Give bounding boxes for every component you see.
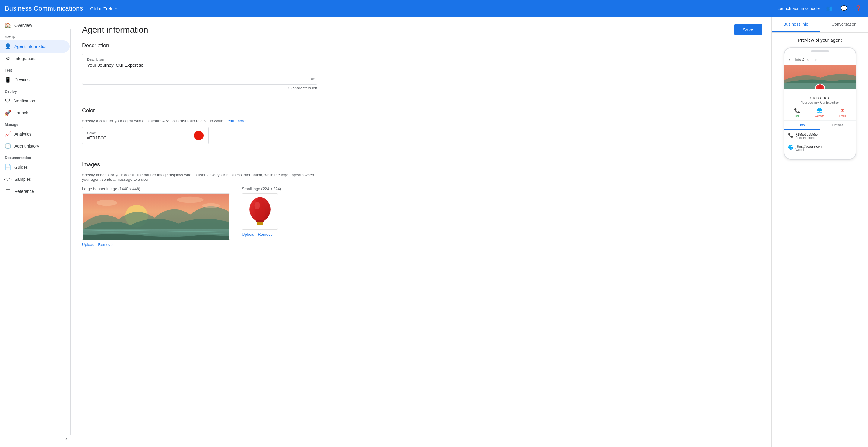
logo-upload-link[interactable]: Upload bbox=[242, 232, 254, 237]
sidebar-item-launch[interactable]: 🚀 Launch bbox=[0, 107, 70, 119]
sidebar-section-setup: Setup bbox=[0, 31, 72, 40]
color-field[interactable]: Color* #E91B0C bbox=[82, 127, 209, 144]
description-field-label: Description bbox=[87, 58, 312, 61]
learn-more-link[interactable]: Learn more bbox=[225, 119, 245, 123]
svg-point-7 bbox=[254, 197, 266, 221]
brand-selector[interactable]: Globo Trek ▼ bbox=[90, 6, 118, 11]
email-icon: ✉ bbox=[841, 108, 844, 114]
phone-notch bbox=[811, 51, 829, 52]
brand-name: Globo Trek bbox=[90, 6, 112, 11]
person-icon: 👤 bbox=[5, 43, 11, 50]
page-header: Agent information Save bbox=[82, 24, 762, 35]
phone-row-phone-icon: 📞 bbox=[788, 133, 793, 138]
phone-agent-name: Globo Trek bbox=[784, 96, 856, 100]
save-button[interactable]: Save bbox=[734, 24, 762, 35]
images-grid: Large banner image (1440 x 448) bbox=[82, 186, 762, 247]
sidebar-item-label: Agent history bbox=[14, 144, 39, 149]
divider-1 bbox=[82, 100, 762, 100]
phone-banner bbox=[784, 65, 856, 89]
phone-row-website-icon: 🌐 bbox=[788, 145, 793, 150]
sidebar-item-overview[interactable]: 🏠 Overview bbox=[0, 19, 70, 31]
sidebar-item-devices[interactable]: 📱 Devices bbox=[0, 73, 70, 86]
phone-call-action[interactable]: 📞 Call bbox=[794, 108, 800, 117]
preview-label: Preview of your agent bbox=[772, 33, 868, 48]
analytics-icon: 📈 bbox=[5, 131, 11, 137]
phone-info-tabs: Info Options bbox=[784, 121, 856, 130]
logo-remove-link[interactable]: Remove bbox=[258, 232, 272, 237]
tab-business-info[interactable]: Business info bbox=[772, 17, 820, 32]
right-panel: Business info Conversation Preview of yo… bbox=[772, 17, 868, 447]
banner-label: Large banner image (1440 x 448) bbox=[82, 186, 230, 191]
sidebar-item-label: Verification bbox=[14, 98, 35, 103]
website-label: Website bbox=[815, 114, 824, 117]
tab-conversation[interactable]: Conversation bbox=[820, 17, 868, 32]
phone-info-website-label: Website bbox=[796, 148, 823, 151]
main-content: Agent information Save Description Descr… bbox=[72, 17, 772, 447]
call-label: Call bbox=[795, 114, 800, 117]
logo-label: Small logo (224 x 224) bbox=[242, 186, 281, 191]
char-count: 73 characters left bbox=[82, 86, 317, 90]
sidebar: 🏠 Overview Setup 👤 Agent information ⚙ I… bbox=[0, 17, 72, 447]
banner-upload-link[interactable]: Upload bbox=[82, 242, 94, 247]
back-icon[interactable]: ← bbox=[788, 57, 793, 62]
sidebar-item-label: Launch bbox=[14, 111, 28, 115]
color-field-label: Color* bbox=[87, 131, 189, 135]
sidebar-item-label: Overview bbox=[14, 23, 32, 28]
sidebar-collapse-icon[interactable]: ‹ bbox=[65, 435, 67, 442]
people-icon[interactable]: 👥 bbox=[825, 4, 834, 13]
color-swatch[interactable] bbox=[194, 131, 204, 140]
sidebar-item-reference[interactable]: ☰ Reference bbox=[0, 185, 70, 198]
logo-actions: Upload Remove bbox=[242, 232, 281, 237]
phone-tab-options[interactable]: Options bbox=[820, 121, 856, 130]
svg-rect-12 bbox=[257, 222, 263, 225]
panel-tabs: Business info Conversation bbox=[772, 17, 868, 33]
sidebar-scrollbar[interactable] bbox=[70, 29, 71, 435]
phone-email-action[interactable]: ✉ Email bbox=[839, 108, 846, 117]
reference-icon: ☰ bbox=[5, 188, 11, 195]
phone-mockup: ← Info & options bbox=[784, 48, 856, 160]
svg-point-4 bbox=[177, 197, 204, 203]
sidebar-item-agent-history[interactable]: 🕐 Agent history bbox=[0, 140, 70, 152]
phone-info-phone-value: +15555555555 bbox=[796, 132, 818, 136]
call-icon: 📞 bbox=[794, 108, 800, 114]
sidebar-item-label: Agent information bbox=[14, 44, 48, 49]
phone-tab-info[interactable]: Info bbox=[784, 121, 820, 130]
sidebar-item-integrations[interactable]: ⚙ Integrations bbox=[0, 53, 70, 65]
phone-website-action[interactable]: 🌐 Website bbox=[815, 108, 824, 117]
description-section-title: Description bbox=[82, 42, 762, 49]
device-icon: 📱 bbox=[5, 77, 11, 83]
sidebar-item-analytics[interactable]: 📈 Analytics bbox=[0, 128, 70, 140]
edit-icon[interactable]: ✏ bbox=[311, 76, 315, 82]
sidebar-item-agent-information[interactable]: 👤 Agent information bbox=[0, 40, 70, 53]
guides-icon: 📄 bbox=[5, 164, 11, 170]
description-field[interactable]: Description Your Journey, Our Expertise … bbox=[82, 54, 317, 85]
help-icon[interactable]: ❓ bbox=[854, 4, 863, 13]
sidebar-item-verification[interactable]: 🛡 Verification bbox=[0, 95, 70, 107]
sidebar-section-deploy: Deploy bbox=[0, 86, 72, 95]
svg-point-3 bbox=[96, 200, 117, 206]
chat-icon[interactable]: 💬 bbox=[839, 4, 849, 13]
phone-info-row-website: 🌐 https://google.com Website bbox=[784, 142, 856, 154]
logo-image-svg bbox=[243, 195, 277, 228]
sidebar-section-documentation: Documentation bbox=[0, 152, 72, 161]
phone-info-website-value: https://google.com bbox=[796, 145, 823, 148]
sidebar-section-manage: Manage bbox=[0, 119, 72, 128]
description-section: Description Description Your Journey, Ou… bbox=[82, 42, 762, 90]
phone-actions: 📞 Call 🌐 Website ✉ Email bbox=[784, 105, 856, 121]
description-field-text[interactable]: Your Journey, Our Expertise bbox=[87, 62, 312, 81]
launch-console-link[interactable]: Launch admin console bbox=[777, 6, 820, 11]
sidebar-item-label: Devices bbox=[14, 77, 30, 82]
app-title: Business Communications bbox=[5, 4, 83, 12]
color-field-value[interactable]: #E91B0C bbox=[87, 135, 189, 140]
images-subtitle: Specify images for your agent. The banne… bbox=[82, 173, 317, 182]
sidebar-item-samples[interactable]: </> Samples bbox=[0, 173, 70, 185]
logo-image-block: Small logo (224 x 224) bbox=[242, 186, 281, 237]
brand-dropdown-icon: ▼ bbox=[114, 6, 118, 10]
svg-point-13 bbox=[256, 220, 264, 222]
sidebar-item-guides[interactable]: 📄 Guides bbox=[0, 161, 70, 173]
phone-back-label: Info & options bbox=[795, 58, 817, 62]
banner-remove-link[interactable]: Remove bbox=[98, 242, 113, 247]
launch-icon: 🚀 bbox=[5, 110, 11, 116]
email-label: Email bbox=[839, 114, 846, 117]
phone-info-phone-label: Primary phone bbox=[796, 136, 818, 140]
